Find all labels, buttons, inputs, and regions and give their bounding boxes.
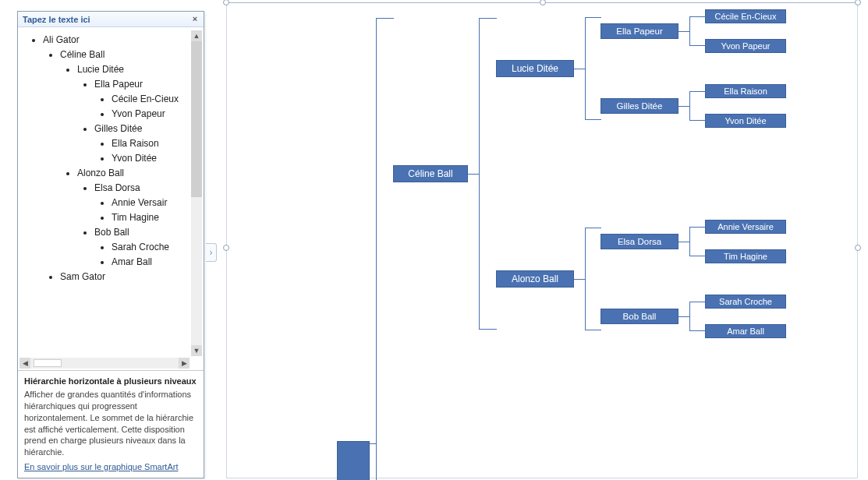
list-item-label: Bob Ball	[94, 227, 129, 238]
hierarchy-node-label: Ella Raison	[724, 86, 767, 96]
hierarchy-leaf-node[interactable]: Cécile En-Cieux	[705, 9, 786, 23]
list-item[interactable]: Cécile En-Cieux	[112, 94, 190, 104]
hierarchy-node-label: Bob Ball	[623, 312, 657, 321]
scroll-down-icon[interactable]: ▼	[191, 345, 202, 356]
list-item[interactable]: Sam Gator	[60, 271, 190, 282]
scroll-position-field[interactable]	[34, 359, 62, 367]
list-item-label: Céline Ball	[60, 49, 105, 60]
hierarchy-leaf-node[interactable]: Tim Hagine	[705, 249, 786, 263]
scroll-thumb[interactable]	[191, 41, 202, 197]
scroll-up-icon[interactable]: ▲	[191, 30, 202, 41]
list-item[interactable]: Annie Versair	[112, 197, 190, 208]
list-item[interactable]: Gilles Ditée Ella Raison Yvon Ditée	[94, 123, 190, 164]
list-item-label: Sarah Croche	[112, 242, 169, 252]
hierarchy-node-label: Gilles Ditée	[617, 101, 663, 111]
hierarchy-leaf-node[interactable]: Yvon Papeur	[705, 39, 786, 53]
panel-expander-handle[interactable]: ›	[206, 243, 217, 262]
hierarchy-leaf-node[interactable]: Amar Ball	[705, 324, 786, 338]
hierarchy-node-label: Elsa Dorsa	[618, 237, 661, 246]
close-icon[interactable]: ×	[190, 14, 200, 25]
hierarchy-leaf-node[interactable]: Ella Raison	[705, 84, 786, 98]
hierarchy-leaf-node[interactable]: Sarah Croche	[705, 295, 786, 309]
scroll-left-icon[interactable]: ◀	[19, 358, 30, 369]
list-item-label: Yvon Ditée	[112, 153, 157, 164]
hierarchy-node-label: Sarah Croche	[719, 297, 772, 306]
hierarchy-node-label: Tim Hagine	[724, 252, 767, 261]
outline-tree[interactable]: Ali Gator Céline Ball Lucie Ditée Ella P…	[19, 30, 190, 356]
list-item-label: Sam Gator	[60, 271, 105, 282]
hierarchy-leaf-node[interactable]: Yvon Ditée	[705, 114, 786, 128]
list-item[interactable]: Alonzo Ball Elsa Dorsa Annie Versair Tim…	[77, 168, 190, 267]
hierarchy-diagram[interactable]: Ali Gator Céline Ball Lucie Ditée Ella P…	[337, 9, 786, 480]
scroll-right-icon[interactable]: ▶	[179, 358, 190, 369]
hierarchy-node-label: Yvon Papeur	[721, 41, 771, 51]
hierarchy-node[interactable]: Gilles Ditée	[601, 98, 678, 114]
hierarchy-node[interactable]: Céline Ball	[393, 165, 468, 182]
list-item-label: Lucie Ditée	[77, 64, 124, 75]
selection-handle[interactable]	[855, 245, 861, 251]
list-item-label: Elsa Dorsa	[94, 182, 140, 193]
list-item[interactable]: Ella Raison	[112, 138, 190, 149]
hierarchy-node-label: Céline Ball	[408, 168, 452, 179]
hierarchy-node[interactable]: Alonzo Ball	[496, 270, 574, 288]
list-item[interactable]: Lucie Ditée Ella Papeur Cécile En-Cieux …	[77, 64, 190, 164]
hierarchy-node[interactable]: Ella Papeur	[601, 23, 678, 39]
hierarchy-node[interactable]: Elsa Dorsa	[601, 234, 678, 249]
hierarchy-root-node[interactable]: Ali Gator	[337, 441, 370, 480]
list-item-label: Ella Raison	[112, 138, 159, 149]
layout-description-body: Afficher de grandes quantités d'informat…	[24, 389, 197, 458]
panel-header[interactable]: Tapez le texte ici ×	[18, 12, 204, 27]
outline-body: Ali Gator Céline Ball Lucie Ditée Ella P…	[18, 27, 204, 370]
list-item-label: Cécile En-Cieux	[112, 94, 179, 104]
hierarchy-node-label: Amar Ball	[727, 326, 764, 336]
list-item-label: Alonzo Ball	[77, 168, 124, 178]
list-item[interactable]: Bob Ball Sarah Croche Amar Ball	[94, 227, 190, 267]
list-item-label: Tim Hagine	[112, 212, 159, 223]
hierarchy-node-label: Ella Papeur	[616, 26, 662, 36]
horizontal-scrollbar[interactable]: ◀ ▶	[19, 358, 190, 369]
list-item[interactable]: Elsa Dorsa Annie Versair Tim Hagine	[94, 182, 190, 223]
hierarchy-node-label: Annie Versaire	[717, 222, 774, 231]
list-item-label: Amar Ball	[112, 256, 152, 267]
panel-title: Tapez le texte ici	[23, 15, 90, 24]
list-item[interactable]: Céline Ball Lucie Ditée Ella Papeur Céci…	[60, 49, 190, 267]
layout-description-title: Hiérarchie horizontale à plusieurs nivea…	[24, 376, 197, 387]
hierarchy-node[interactable]: Lucie Ditée	[496, 60, 574, 77]
smartart-text-panel[interactable]: Tapez le texte ici × Ali Gator Céline Ba…	[17, 11, 204, 478]
list-item-label: Yvon Papeur	[112, 108, 165, 119]
list-item[interactable]: Ella Papeur Cécile En-Cieux Yvon Papeur	[94, 79, 190, 119]
learn-more-link[interactable]: En savoir plus sur le graphique SmartArt	[24, 461, 197, 473]
list-item[interactable]: Tim Hagine	[112, 212, 190, 223]
hierarchy-node-label: Cécile En-Cieux	[715, 12, 777, 21]
vertical-scrollbar[interactable]: ▲ ▼	[191, 30, 202, 356]
hierarchy-leaf-node[interactable]: Annie Versaire	[705, 220, 786, 234]
list-item[interactable]: Amar Ball	[112, 256, 190, 267]
list-item[interactable]: Ali Gator Céline Ball Lucie Ditée Ella P…	[43, 34, 190, 282]
list-item[interactable]: Yvon Ditée	[112, 153, 190, 164]
selection-handle[interactable]	[855, 0, 861, 5]
list-item[interactable]: Sarah Croche	[112, 242, 190, 252]
list-item-label: Gilles Ditée	[94, 123, 142, 134]
list-item-label: Annie Versair	[112, 197, 167, 208]
hierarchy-node-label: Alonzo Ball	[512, 274, 558, 284]
hierarchy-node-label: Lucie Ditée	[512, 63, 558, 74]
hierarchy-node[interactable]: Bob Ball	[601, 309, 678, 324]
list-item-label: Ella Papeur	[94, 79, 143, 90]
layout-description: Hiérarchie horizontale à plusieurs nivea…	[18, 370, 204, 478]
selection-handle[interactable]	[223, 245, 229, 251]
list-item[interactable]: Yvon Papeur	[112, 108, 190, 119]
hierarchy-node-label: Yvon Ditée	[725, 116, 766, 125]
list-item-label: Ali Gator	[43, 34, 80, 45]
